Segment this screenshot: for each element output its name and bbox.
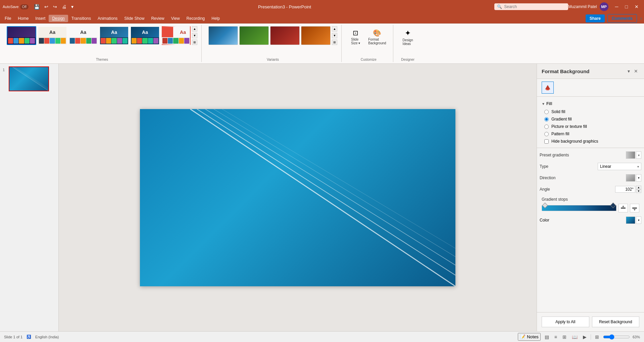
gradient-fill-option[interactable]: Gradient fill (542, 115, 639, 123)
variants-more[interactable]: ⊞ (332, 40, 337, 45)
outline-view-btn[interactable]: ≡ (553, 334, 558, 340)
design-ideas-icon: ✦ (405, 29, 411, 38)
themes-scroll-up[interactable]: ▲ (192, 26, 197, 32)
slide-canvas[interactable] (140, 109, 455, 286)
accessibility-icon[interactable]: ♿ (27, 335, 31, 339)
pattern-fill-label: Pattern fill (551, 132, 569, 136)
slide-sorter-btn[interactable]: ⊞ (561, 334, 568, 340)
menu-animations[interactable]: Animations (94, 15, 121, 22)
panel-collapse-btn[interactable]: ▾ (626, 68, 631, 75)
panel-close-btn[interactable]: ✕ (633, 68, 639, 75)
reading-view-btn[interactable]: 📖 (571, 334, 579, 340)
gradient-fill-radio[interactable] (544, 117, 549, 121)
fit-slide-btn[interactable]: ⊞ (594, 334, 600, 340)
theme-item-4[interactable]: Aa (130, 26, 160, 45)
app-title: Presentation3 - PowerPoint (75, 4, 494, 9)
reset-background-button[interactable]: Reset Background (592, 316, 640, 327)
zoom-level: 63% (633, 335, 640, 339)
theme-item-0[interactable] (7, 26, 36, 45)
search-input[interactable] (504, 4, 564, 9)
menu-recording[interactable]: Recording (183, 15, 208, 22)
presenter-view-btn[interactable]: ▶ (582, 334, 588, 340)
print-icon[interactable]: 🖨 (60, 3, 68, 10)
fill-section-header[interactable]: ▼ Fill (542, 99, 639, 108)
design-ideas-button[interactable]: ✦ DesignIdeas (400, 28, 416, 47)
svg-marker-11 (622, 205, 624, 207)
normal-view-btn[interactable]: ▤ (543, 334, 550, 340)
save-icon[interactable]: 💾 (33, 3, 41, 10)
menu-view[interactable]: View (168, 15, 183, 22)
hide-bg-checkbox[interactable] (544, 139, 549, 144)
themes-scroll-down[interactable]: ▼ (192, 33, 197, 38)
solid-fill-radio[interactable] (544, 110, 549, 114)
variant-item-0[interactable] (208, 26, 238, 45)
menu-review[interactable]: Review (148, 15, 167, 22)
menu-help[interactable]: Help (208, 15, 223, 22)
preset-gradient-box[interactable] (626, 151, 635, 159)
undo-icon[interactable]: ↩ (43, 3, 50, 10)
preset-gradient-dropdown[interactable]: ▾ (636, 151, 641, 159)
variants-scroll-down[interactable]: ▼ (332, 33, 337, 38)
variant-item-2[interactable] (270, 26, 300, 45)
close-btn[interactable]: ✕ (632, 3, 641, 10)
angle-spin-up[interactable]: ▲ (636, 186, 641, 189)
remove-gradient-stop-button[interactable] (630, 204, 639, 212)
angle-label: Angle (540, 187, 550, 192)
menu-file[interactable]: File (1, 15, 14, 22)
minimize-btn[interactable]: ─ (612, 3, 621, 10)
theme-item-1[interactable]: Aa (38, 26, 67, 45)
avatar[interactable]: MP (600, 2, 608, 11)
redo-icon[interactable]: ↪ (52, 3, 58, 10)
add-gradient-stop-button[interactable] (618, 204, 628, 212)
theme-item-5[interactable]: Aa (161, 26, 191, 45)
themes-more[interactable]: ⊞ (192, 40, 197, 45)
angle-spin-down[interactable]: ▼ (636, 189, 641, 193)
gradient-stop-right[interactable] (611, 203, 615, 207)
pattern-fill-radio[interactable] (544, 132, 549, 136)
svg-line-5 (205, 109, 455, 265)
color-picker-btn[interactable] (626, 216, 635, 224)
menu-slideshow[interactable]: Slide Show (121, 15, 148, 22)
gradient-stop-left[interactable] (543, 203, 547, 207)
picture-fill-radio[interactable] (544, 125, 549, 129)
menu-transitions[interactable]: Transitions (68, 15, 94, 22)
type-dropdown[interactable]: Linear ▾ (598, 163, 641, 170)
direction-dropdown[interactable]: ▾ (636, 174, 641, 182)
angle-input[interactable] (615, 186, 635, 193)
share-button[interactable]: Share (586, 14, 605, 22)
more-icon[interactable]: ▾ (70, 3, 75, 10)
picture-fill-option[interactable]: Picture or texture fill (542, 123, 639, 130)
notes-button[interactable]: 📝 Notes (518, 333, 541, 341)
type-dropdown-arrow: ▾ (637, 165, 639, 168)
zoom-slider[interactable] (603, 334, 630, 340)
window-controls: ─ □ ✕ (612, 3, 641, 10)
gradient-bar[interactable] (542, 205, 616, 211)
pattern-fill-option[interactable]: Pattern fill (542, 130, 639, 138)
collapse-ribbon-button[interactable]: ∧ (640, 16, 643, 21)
format-background-button[interactable]: 🎨 FormatBackground (365, 28, 389, 46)
menu-design[interactable]: Design (49, 15, 68, 22)
slide-thumbnail-1[interactable] (9, 66, 49, 91)
menu-bar: File Home Insert Design Transitions Anim… (0, 13, 644, 23)
comments-button[interactable]: Comments (607, 14, 637, 23)
menu-insert[interactable]: Insert (32, 15, 49, 22)
color-dropdown-btn[interactable]: ▾ (636, 216, 641, 224)
variant-item-3[interactable] (301, 26, 331, 45)
direction-box[interactable] (626, 174, 635, 182)
slide-size-button[interactable]: ⊡ SlideSize ▾ (348, 28, 363, 46)
variants-group-label: Variants (267, 58, 279, 62)
restore-btn[interactable]: □ (623, 3, 631, 10)
theme-item-3[interactable]: Aa (99, 26, 129, 45)
variants-scroll-up[interactable]: ▲ (332, 26, 337, 32)
apply-to-all-button[interactable]: Apply to All (542, 316, 589, 327)
autosave-toggle[interactable]: Off (20, 4, 29, 9)
menu-home[interactable]: Home (14, 15, 32, 22)
slide-size-icon: ⊡ (353, 29, 358, 37)
theme-item-2[interactable]: Aa (68, 26, 98, 45)
variant-item-1[interactable] (239, 26, 269, 45)
fill-icon-button[interactable] (542, 82, 554, 94)
solid-fill-option[interactable]: Solid fill (542, 108, 639, 115)
search-box[interactable]: 🔍 (494, 3, 568, 10)
themes-scroll: ▲ ▼ ⊞ (192, 26, 197, 45)
canvas-area[interactable] (59, 64, 537, 331)
